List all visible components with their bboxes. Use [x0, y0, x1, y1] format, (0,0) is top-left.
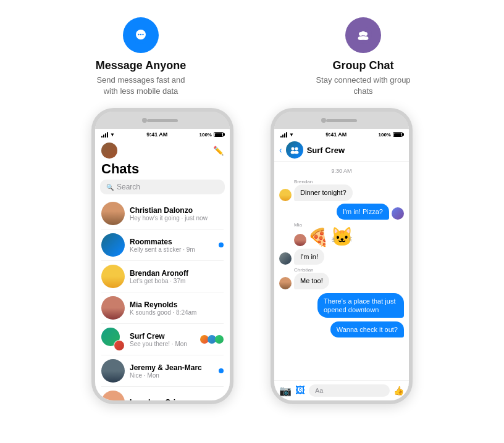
- search-placeholder: Search: [117, 183, 140, 191]
- signal-bar-r3: [284, 133, 285, 138]
- chat-name-loredana: Loredana Crisan: [130, 398, 224, 400]
- svg-point-14: [290, 151, 295, 154]
- status-bar-right: ▼ 9:41 AM 100%: [274, 129, 409, 139]
- message-anyone-title: Message Anyone: [96, 59, 186, 72]
- group-chat-screen: ▼ 9:41 AM 100% ‹: [274, 129, 409, 400]
- group-chat-header: ‹ Surf Crew: [274, 139, 409, 162]
- msg-row-sent-pizza: I'm in! Pizza?: [279, 204, 404, 220]
- group-chat-desc: Stay connected with group chats: [314, 75, 413, 97]
- edit-icon[interactable]: ✏️: [213, 146, 224, 155]
- msg-row-place: There's a place that just opened downtow…: [279, 293, 404, 318]
- battery-icon-right: [393, 132, 403, 137]
- signal-bar-1: [101, 136, 103, 138]
- back-button[interactable]: ‹: [279, 145, 282, 155]
- chat-item-surf[interactable]: Surf Crew See you there! · Mon: [95, 324, 230, 355]
- chat-preview-brendan: Let's get boba · 37m: [130, 278, 224, 284]
- signal-bars: [101, 132, 108, 138]
- chat-content-christian: Christian Dalonzo Hey how's it going · j…: [130, 206, 224, 222]
- wifi-icon: ▼: [110, 132, 115, 138]
- message-anyone-icon-circle: [123, 17, 159, 53]
- search-bar[interactable]: 🔍 Search: [100, 180, 225, 194]
- battery-pct-right: 100%: [379, 132, 391, 138]
- signal-bar-2: [103, 135, 104, 138]
- search-icon: 🔍: [106, 184, 114, 191]
- feature-group-chat: Group Chat Stay connected with group cha…: [314, 17, 413, 97]
- chat-name-brendan: Brendan Aronoff: [130, 269, 224, 278]
- input-placeholder: Aa: [315, 387, 323, 394]
- status-right-left: 100%: [200, 132, 224, 138]
- chat-content-brendan: Brendan Aronoff Let's get boba · 37m: [130, 269, 224, 284]
- chat-item-christian[interactable]: Christian Dalonzo Hey how's it going · j…: [95, 198, 230, 229]
- speaker-left: [147, 119, 178, 122]
- feature-message-anyone: Message Anyone Send messages fast and wi…: [91, 17, 190, 97]
- chat-list: Christian Dalonzo Hey how's it going · j…: [95, 198, 230, 400]
- chat-preview-mia: K sounds good · 8:24am: [130, 309, 224, 316]
- chats-screen: ▼ 9:41 AM 100% ✏️ Chats 🔍 Search: [95, 129, 230, 400]
- chat-preview-surf: See you there! · Mon: [130, 341, 195, 347]
- unread-dot-jeremy: [219, 368, 224, 373]
- chat-icon: [132, 27, 149, 44]
- msg-bubble-dinner: Dinner tonight?: [294, 184, 353, 201]
- left-phone: ▼ 9:41 AM 100% ✏️ Chats 🔍 Search: [91, 108, 233, 404]
- svg-point-8: [361, 31, 366, 36]
- msg-bubble-place: There's a place that just opened downtow…: [317, 293, 404, 318]
- avatar-loredana: [101, 391, 125, 400]
- msg-bubble-wanna: Wanna check it out?: [330, 321, 404, 337]
- avatar-christian-msg: [279, 277, 292, 289]
- status-right-right: 100%: [379, 132, 403, 138]
- sender-label-christian: Christian: [279, 267, 404, 273]
- user-avatar[interactable]: [101, 143, 117, 159]
- chat-item-mia[interactable]: Mia Reynolds K sounds good · 8:24am: [95, 292, 230, 323]
- chat-content-surf: Surf Crew See you there! · Mon: [130, 332, 195, 347]
- front-camera-left: [142, 118, 147, 123]
- svg-point-2: [138, 34, 139, 35]
- group-avatar: [286, 141, 303, 159]
- avatar-user-msg: [392, 207, 404, 220]
- avatar-imin-msg: [279, 252, 292, 265]
- svg-point-3: [140, 34, 141, 35]
- signal-bar-r4: [286, 132, 287, 138]
- features-section: Message Anyone Send messages fast and wi…: [91, 17, 413, 97]
- group-icon-small: [289, 144, 300, 155]
- msg-row-metoo: Me too!: [279, 273, 404, 289]
- svg-point-12: [291, 147, 294, 151]
- avatar-mia: [101, 296, 125, 320]
- chat-content-roommates: Roommates Kelly sent a sticker · 9m: [130, 238, 214, 253]
- sender-label-brendan: Brendan: [279, 179, 404, 184]
- chats-title: Chats: [95, 161, 230, 180]
- chat-item-loredana[interactable]: Loredana Crisan: [95, 387, 230, 400]
- svg-point-15: [294, 151, 298, 154]
- avatar-brendan: [101, 265, 125, 288]
- photo-icon[interactable]: 🖼: [295, 385, 305, 396]
- signal-bar-3: [105, 133, 106, 138]
- msg-christian-meow: Christian Me too!: [279, 267, 404, 289]
- avatar-roommates: [101, 233, 125, 257]
- sticker-area: 🍕 🐱: [279, 228, 404, 246]
- msg-bubble-imin: I'm in!: [294, 249, 324, 265]
- avatar-christian: [101, 202, 125, 225]
- status-left-right: ▼: [280, 132, 294, 138]
- message-anyone-desc: Send messages fast and with less mobile …: [91, 75, 190, 97]
- avatar-brendan-msg: [279, 189, 292, 201]
- signal-bar-r2: [282, 135, 284, 138]
- status-time-left: 9:41 AM: [146, 131, 167, 138]
- msg-timestamp: 9:30 AM: [279, 168, 404, 174]
- battery-icon-left: [214, 132, 224, 137]
- chat-item-brendan[interactable]: Brendan Aronoff Let's get boba · 37m: [95, 261, 230, 292]
- chat-item-roommates[interactable]: Roommates Kelly sent a sticker · 9m: [95, 230, 230, 260]
- msg-bubble-pizza: I'm in! Pizza?: [337, 204, 389, 220]
- status-bar-left: ▼ 9:41 AM 100%: [95, 129, 230, 139]
- avatar-surf-group: [101, 328, 125, 351]
- msg-row-imin: I'm in!: [279, 249, 404, 265]
- signal-bars-right: [280, 132, 287, 138]
- message-input[interactable]: Aa: [309, 384, 390, 397]
- chat-item-jeremy[interactable]: Jeremy & Jean-Marc Nice · Mon: [95, 355, 230, 386]
- cat-sticker: 🐱: [330, 228, 353, 246]
- thumbs-up-icon[interactable]: 👍: [393, 386, 404, 395]
- status-time-right: 9:41 AM: [326, 131, 346, 138]
- signal-bar-r1: [280, 136, 282, 138]
- phone-top-bar-left: [95, 112, 230, 129]
- wifi-icon-right: ▼: [289, 132, 294, 138]
- camera-icon[interactable]: 📷: [279, 385, 292, 397]
- chat-preview-roommates: Kelly sent a sticker · 9m: [130, 246, 214, 253]
